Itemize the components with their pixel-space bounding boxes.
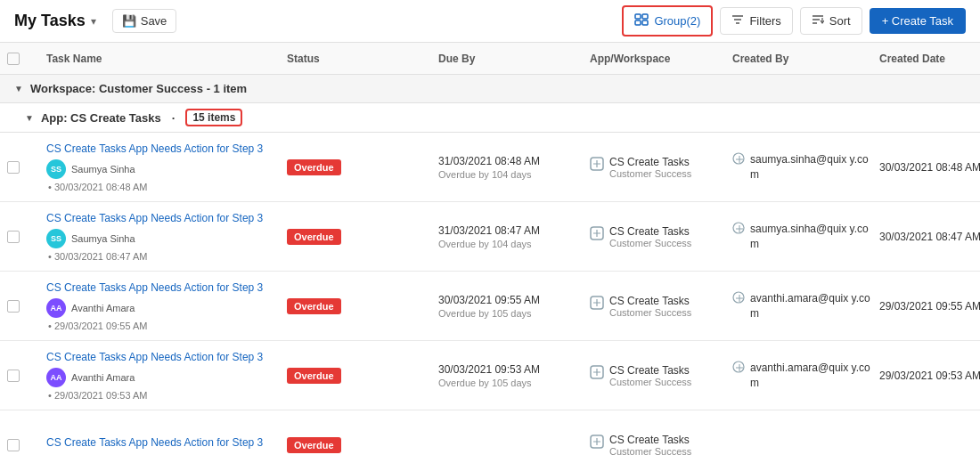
task-title[interactable]: CS Create Tasks App Needs Action for Ste… [46,211,280,226]
app-icon [590,365,604,382]
task-title[interactable]: CS Create Tasks App Needs Action for Ste… [46,142,280,157]
create-task-button[interactable]: + Create Task [870,8,966,34]
due-date: 31/03/2021 08:47 AM [438,224,583,237]
due-date: 30/03/2021 09:53 AM [438,363,583,376]
created-date-cell: 29/03/2021 09:55 AM [876,296,980,316]
created-by-cell: avanthi.amara@quix y.com [729,288,876,325]
task-date-sub: • 29/03/2021 09:55 AM [46,321,280,331]
created-by-text: avanthi.amara@quix y.com [750,291,872,321]
select-all-checkbox-cell [7,53,43,65]
app-cell: CS Create Tasks Customer Success [586,430,729,460]
task-title[interactable]: CS Create Tasks App Needs Action for Ste… [46,350,280,365]
row-checkbox[interactable] [7,231,20,243]
app-name: CS Create Tasks [609,156,691,168]
workspace-collapse-icon[interactable]: ▼ [14,84,23,93]
svg-rect-1 [642,14,648,19]
due-cell [435,441,586,450]
title-dropdown-icon[interactable]: ▾ [91,15,96,28]
app-icon [590,157,604,174]
workspace-group-label: Workspace: Customer Success - 1 item [30,82,247,95]
row-checkbox[interactable] [7,370,20,382]
task-date-sub: • 29/03/2021 09:53 AM [46,390,280,401]
created-by-text: avanthi.amara@quix y.com [750,361,872,391]
task-name-cell: CS Create Tasks App Needs Action for Ste… [43,273,283,339]
assignee-name: Saumya Sinha [71,233,135,244]
assignee-row: AA Avanthi Amara [46,298,280,318]
assignee-name: Avanthi Amara [71,372,135,383]
save-button[interactable]: 💾 Save [112,9,177,33]
filters-button[interactable]: Filters [720,7,792,35]
row-checkbox-cell [7,161,43,174]
created-by-cell [729,442,876,449]
app-cell: CS Create Tasks Customer Success [586,291,729,321]
due-cell: 31/03/2021 08:48 AM Overdue by 104 days [435,151,586,183]
app-name: CS Create Tasks [609,295,691,307]
row-checkbox-cell [7,231,43,243]
status-cell: Overdue [283,364,435,387]
app-workspace-label: Customer Success [609,377,691,387]
app-name: CS Create Tasks [609,364,691,377]
due-date: 30/03/2021 09:55 AM [438,294,583,306]
title-area: My Tasks ▾ 💾 Save [14,9,622,33]
task-name-cell: CS Create Tasks App Needs Action for Ste… [43,428,283,461]
due-sub-text: Overdue by 105 days [438,308,583,319]
avatar: AA [46,298,66,318]
app-workspace-label: Customer Success [609,446,691,457]
app-info: CS Create Tasks Customer Success [609,434,691,457]
created-date-cell [876,442,980,449]
assignee-row: AA Avanthi Amara [46,368,280,387]
row-checkbox[interactable] [7,161,20,174]
created-date-cell: 30/03/2021 08:47 AM [876,227,980,247]
created-by-cell: saumya.sinha@quix y.com [729,149,876,186]
avatar: SS [46,229,66,248]
created-by-text: saumya.sinha@quix y.com [750,152,872,183]
app-collapse-icon[interactable]: ▼ [25,113,34,123]
col-task-name: Task Name [43,53,283,65]
status-cell: Overdue [283,156,435,179]
avatar: AA [46,368,66,387]
status-badge: Overdue [287,368,341,384]
task-date-sub: • 30/03/2021 08:47 AM [46,251,280,262]
status-cell: Overdue [283,225,435,248]
select-all-checkbox[interactable] [7,53,20,65]
col-due-by: Due By [435,53,586,65]
app-group-label: App: CS Create Tasks [41,111,161,125]
table-row: CS Create Tasks App Needs Action for Ste… [0,341,980,410]
sort-button[interactable]: Sort [800,7,862,35]
row-checkbox[interactable] [7,300,20,313]
due-sub-text: Overdue by 104 days [438,169,583,180]
page-title: My Tasks [14,12,86,30]
app-workspace-label: Customer Success [609,238,691,248]
col-created-date: Created Date [876,53,980,65]
task-title[interactable]: CS Create Tasks App Needs Action for Ste… [46,280,280,296]
created-by-icon [732,222,745,237]
assignee-name: Avanthi Amara [71,303,135,313]
svg-rect-0 [635,14,641,19]
app-info: CS Create Tasks Customer Success [609,225,691,248]
task-title[interactable]: CS Create Tasks App Needs Action for Ste… [46,435,280,451]
created-by-cell: saumya.sinha@quix y.com [729,218,876,256]
task-name-cell: CS Create Tasks App Needs Action for Ste… [43,134,283,200]
svg-rect-2 [635,20,641,25]
row-checkbox-cell [7,439,43,451]
table-row: CS Create Tasks App Needs Action for Ste… [0,133,980,202]
col-created-by: Created By [729,53,876,65]
app-name: CS Create Tasks [609,434,691,446]
due-cell: 31/03/2021 08:47 AM Overdue by 104 days [435,221,586,253]
col-app-workspace: App/Workspace [586,53,729,65]
task-name-cell: CS Create Tasks App Needs Action for Ste… [43,204,283,270]
sort-icon [812,13,824,28]
task-list: CS Create Tasks App Needs Action for Ste… [0,133,980,463]
created-by-cell: avanthi.amara@quix y.com [729,357,876,394]
due-date: 31/03/2021 08:48 AM [438,155,583,167]
app-icon [590,435,604,451]
status-badge: Overdue [287,298,341,314]
app-count-badge: 15 items [185,109,242,126]
app-group-row: ▼ App: CS Create Tasks · 15 items [0,103,980,133]
group-button[interactable]: Group(2) [622,5,713,37]
due-sub-text: Overdue by 104 days [438,239,583,249]
svg-point-15 [733,153,744,164]
created-by-icon [732,361,745,376]
status-cell: Overdue [283,434,435,457]
row-checkbox[interactable] [7,439,20,451]
